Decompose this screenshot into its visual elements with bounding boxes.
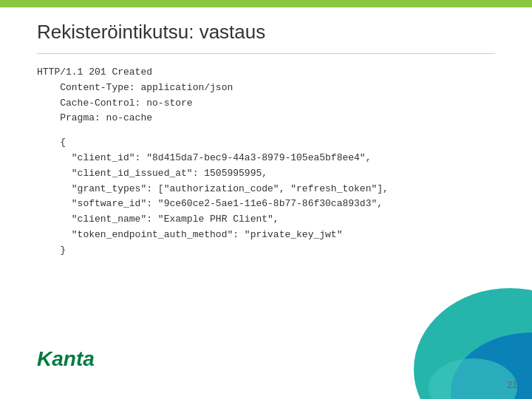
code-line-5: { <box>37 135 488 151</box>
code-line-1: HTTP/1.1 201 Created <box>37 65 488 81</box>
code-line-12: } <box>37 243 488 259</box>
code-line-7: "client_id_issued_at": 1505995995, <box>37 166 488 182</box>
code-block: HTTP/1.1 201 Created Content-Type: appli… <box>37 65 488 259</box>
top-bar <box>0 0 532 7</box>
kanta-logo: Kanta <box>37 347 95 371</box>
code-line-3: Cache-Control: no-store <box>37 96 488 112</box>
code-line-10: "client_name": "Example PHR Client", <box>37 212 488 228</box>
code-line-11: "token_endpoint_auth_method": "private_k… <box>37 228 488 243</box>
kanta-logo-text: Kanta <box>37 347 95 370</box>
bottom-decoration <box>355 251 532 399</box>
code-line-9: "software_id": "9ce60ce2-5ae1-11e6-8b77-… <box>37 197 488 212</box>
code-line-8: "grant_types": ["authorization_code", "r… <box>37 182 488 197</box>
code-line-4: Pragma: no-cache <box>37 111 488 126</box>
code-line-6: "client_id": "8d415da7-bec9-44a3-8979-10… <box>37 151 488 166</box>
page-title: Rekisteröintikutsu: vastaus <box>37 21 265 44</box>
title-divider <box>37 53 495 54</box>
page-number: 21 <box>508 380 517 390</box>
code-line-2: Content-Type: application/json <box>37 81 488 96</box>
code-spacer <box>37 126 488 135</box>
